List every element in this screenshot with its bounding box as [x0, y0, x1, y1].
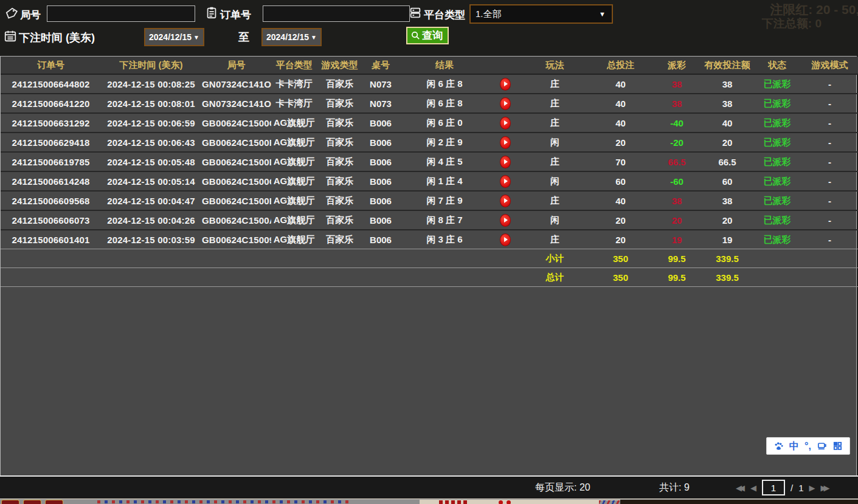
- order-no-cell: 241215006601401: [1, 230, 101, 249]
- replay-icon[interactable]: [500, 233, 511, 246]
- status-cell: 已派彩: [753, 152, 801, 171]
- ime-tools-grid-icon[interactable]: [832, 441, 843, 451]
- game-type-cell: 百家乐: [317, 133, 362, 152]
- ime-paw-icon[interactable]: [773, 441, 784, 451]
- valid-bet-cell: 19: [702, 230, 753, 249]
- round-no-input[interactable]: [47, 5, 195, 22]
- replay-icon[interactable]: [500, 136, 511, 149]
- order-no-cell: 241215006619785: [1, 152, 101, 171]
- date-from-value: 2024/12/15: [149, 32, 192, 42]
- payout-cell: 38: [652, 74, 702, 94]
- play-cell: 闲: [521, 210, 589, 230]
- subtotal-label: 小计: [521, 249, 589, 268]
- table-row: 241215006609568 2024-12-15 00:04:47 GB00…: [1, 191, 858, 210]
- per-page-label: 每页显示:: [535, 482, 576, 492]
- filter-bar: 局号 订单号 平台类型 1.全部 ▼: [0, 0, 858, 56]
- status-cell: 已派彩: [753, 74, 801, 94]
- ime-punctuation-toggle[interactable]: °,: [804, 441, 811, 451]
- col-result: 结果: [399, 57, 490, 74]
- result-cell: 闲 3 庄 6: [399, 230, 490, 249]
- subtotal-valid-bet: 339.5: [702, 249, 753, 268]
- replay-icon[interactable]: [500, 195, 511, 207]
- game-type-cell: 百家乐: [317, 191, 362, 210]
- next-page-button[interactable]: ▶: [809, 483, 815, 492]
- result-cell: 闲 7 庄 9: [399, 191, 490, 210]
- replay-icon[interactable]: [500, 175, 511, 188]
- replay-icon[interactable]: [500, 214, 511, 227]
- bet-time-cell: 2024-12-15 00:04:26: [101, 210, 201, 230]
- clipboard-icon: [205, 6, 218, 19]
- game-type-cell: 百家乐: [317, 171, 362, 191]
- date-from-select[interactable]: 2024/12/15 ▼: [144, 28, 204, 46]
- payout-cell: 38: [652, 191, 702, 210]
- pagination-bar: 每页显示: 20 共计: 9 ◀◀ ◀ / 1 ▶ ▶▶: [0, 475, 858, 499]
- table-no-cell: B006: [362, 191, 399, 210]
- table-row: 241215006601401 2024-12-15 00:03:59 GB00…: [1, 230, 858, 249]
- prev-page-button[interactable]: ◀: [750, 483, 756, 492]
- table-header-row: 订单号 下注时间 (美东) 局号 平台类型 游戏类型 桌号 结果 玩法 总投注 …: [1, 57, 858, 74]
- game-mode-cell: -: [801, 133, 858, 152]
- last-page-button[interactable]: ▶▶: [821, 483, 830, 492]
- valid-bet-cell: 20: [702, 133, 753, 152]
- pager-controls: ◀◀ ◀ / 1 ▶ ▶▶: [736, 480, 830, 495]
- bet-time-cell: 2024-12-15 00:08:01: [101, 94, 201, 113]
- background-bet-buttons: [0, 500, 74, 504]
- col-status: 状态: [753, 57, 801, 74]
- platform-cell: AG旗舰厅: [271, 171, 317, 191]
- platform-cell: AG旗舰厅: [271, 113, 317, 133]
- payout-cell: -20: [652, 133, 702, 152]
- order-no-input[interactable]: [263, 5, 410, 22]
- date-to-select[interactable]: 2024/12/15 ▼: [261, 28, 322, 46]
- col-table-no: 桌号: [362, 57, 399, 74]
- order-no-cell: 241215006614248: [1, 171, 101, 191]
- betting-records-window: 局号 订单号 平台类型 1.全部 ▼: [0, 0, 858, 504]
- ime-language-toggle[interactable]: 中: [789, 441, 799, 451]
- table-row: 241215006606073 2024-12-15 00:04:26 GB00…: [1, 210, 858, 230]
- valid-bet-cell: 60: [702, 171, 753, 191]
- bet-time-label: 下注时间 (美东): [19, 30, 95, 45]
- status-cell: 已派彩: [753, 94, 801, 113]
- total-row: 总计 350 99.5 339.5: [1, 268, 858, 287]
- replay-icon[interactable]: [500, 78, 511, 91]
- ime-skin-icon[interactable]: [817, 441, 827, 451]
- replay-icon[interactable]: [500, 97, 511, 110]
- table-no-cell: B006: [362, 113, 399, 133]
- order-no-cell: 241215006631292: [1, 113, 101, 133]
- chevron-down-icon: ▼: [193, 34, 199, 41]
- bet-time-cell: 2024-12-15 00:03:59: [101, 230, 201, 249]
- col-valid-bet: 有效投注额: [702, 57, 753, 74]
- orders-table: 订单号 下注时间 (美东) 局号 平台类型 游戏类型 桌号 结果 玩法 总投注 …: [1, 57, 858, 287]
- valid-bet-cell: 40: [702, 113, 753, 133]
- col-play: 玩法: [521, 57, 589, 74]
- game-mode-cell: -: [801, 74, 858, 94]
- background-red-dots: [499, 500, 523, 504]
- total-bet-cell: 20: [589, 230, 652, 249]
- play-cell: 闲: [521, 171, 589, 191]
- search-button[interactable]: 查询: [406, 27, 449, 44]
- col-order-no: 订单号: [1, 57, 101, 74]
- game-mode-cell: -: [801, 113, 858, 133]
- replay-icon[interactable]: [500, 117, 511, 129]
- game-mode-cell: -: [801, 94, 858, 113]
- game-mode-cell: -: [801, 191, 858, 210]
- col-bet-time: 下注时间 (美东): [101, 57, 201, 74]
- total-count-text: 共计: 9: [659, 482, 690, 494]
- game-mode-cell: -: [801, 230, 858, 249]
- bet-time-cell: 2024-12-15 00:04:47: [101, 191, 201, 210]
- order-no-cell: 241215006606073: [1, 210, 101, 230]
- total-valid-bet: 339.5: [702, 268, 753, 287]
- total-bet-cell: 70: [589, 152, 652, 171]
- result-cell: 闲 2 庄 9: [399, 133, 490, 152]
- game-mode-cell: -: [801, 171, 858, 191]
- replay-icon[interactable]: [500, 156, 511, 168]
- round-no-cell: GN07324C141OK: [201, 74, 271, 94]
- page-number-input[interactable]: [762, 480, 785, 495]
- date-to-joiner: 至: [238, 30, 249, 44]
- round-no-cell: GB00624C1500G: [201, 113, 271, 133]
- play-cell: 庄: [521, 94, 589, 113]
- platform-type-select[interactable]: 1.全部 ▼: [469, 4, 613, 24]
- total-label: 总计: [521, 268, 589, 287]
- first-page-button[interactable]: ◀◀: [736, 483, 745, 492]
- page-separator: /: [791, 483, 793, 493]
- bet-time-cell: 2024-12-15 00:06:59: [101, 113, 201, 133]
